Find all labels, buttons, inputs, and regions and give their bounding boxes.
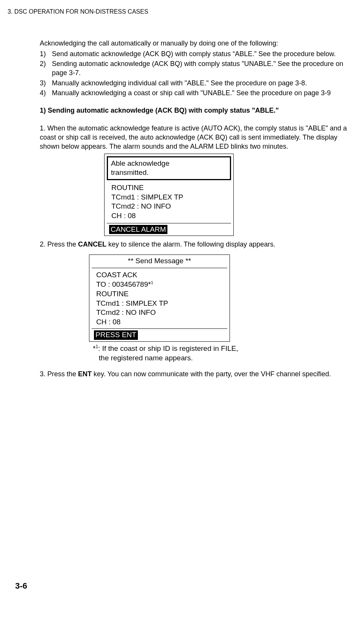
lcd-line: TCmd2 : NO INFO — [111, 202, 230, 211]
lcd-softkey: CANCEL ALARM — [109, 225, 167, 234]
lcd-highlight-box: Able acknowledge transmitted. — [107, 156, 231, 180]
lcd-line: CH : 08 — [96, 317, 226, 327]
lcd-line: TCmd1 : SIMPLEX TP — [111, 193, 230, 202]
step-text: key. You can now communicate with the pa… — [92, 370, 331, 378]
lcd-line-text: TO : 003456789* — [96, 280, 151, 288]
intro-paragraph: Acknowledging the call automatically or … — [40, 39, 349, 48]
list-number: 3) — [40, 79, 52, 88]
list-item: 2) Sending automatic acknowledge (ACK BQ… — [40, 59, 349, 78]
step-text: When the automatic acknowledge feature i… — [40, 124, 347, 151]
lcd-line: ROUTINE — [111, 183, 230, 193]
step-2: 2. Press the CANCEL key to silence the a… — [40, 240, 349, 249]
list-text: Manually acknowledging individual call w… — [52, 79, 349, 88]
list-item: 1) Send automatic acknowledge (ACK BQ) w… — [40, 49, 349, 58]
lcd-display-2: ** Send Message ** COAST ACK TO : 003456… — [89, 255, 230, 342]
lcd-softkey: PRESS ENT — [94, 330, 138, 340]
lcd-line: COAST ACK — [96, 270, 226, 280]
main-content: Acknowledging the call automatically or … — [40, 39, 349, 379]
lcd-line: transmitted. — [111, 168, 227, 178]
list-number: 1) — [40, 49, 52, 58]
footnote: *1: If the coast or ship ID is registere… — [93, 344, 349, 363]
list-item: 4) Manually acknowledging a coast or shi… — [40, 88, 349, 97]
lcd-line: TCmd1 : SIMPLEX TP — [96, 299, 226, 308]
list-text: Manually acknowledging a coast or ship c… — [52, 88, 349, 97]
lcd-line: ROUTINE — [96, 289, 226, 299]
footnote-text: : If the coast or ship ID is registered … — [98, 344, 238, 352]
list-item: 3) Manually acknowledging individual cal… — [40, 79, 349, 88]
page-number: 3-6 — [15, 580, 27, 592]
lcd-title: ** Send Message ** — [89, 255, 230, 268]
lcd-line: TCmd2 : NO INFO — [96, 308, 226, 317]
key-name: CANCEL — [78, 240, 106, 248]
step-text: 1. — [40, 124, 47, 132]
list-text: Send automatic acknowledge (ACK BQ) with… — [52, 49, 349, 58]
lcd-display-1: Able acknowledge transmitted. ROUTINE TC… — [104, 154, 234, 236]
list-text: Sending automatic acknowledge (ACK BQ) w… — [52, 59, 349, 78]
key-name: ENT — [78, 370, 92, 378]
list-number: 4) — [40, 88, 52, 97]
step-text: key to silence the alarm. The following … — [106, 240, 275, 248]
step-text: 2. Press the — [40, 240, 78, 248]
footnote-text: the registered name appears. — [99, 354, 193, 362]
footnote-mark: 1 — [151, 280, 153, 285]
step-text: 3. Press the — [40, 370, 78, 378]
options-list: 1) Send automatic acknowledge (ACK BQ) w… — [40, 49, 349, 97]
section-heading: 1) Sending automatic acknowledge (ACK BQ… — [40, 106, 349, 115]
lcd-line: CH : 08 — [111, 211, 230, 221]
list-number: 2) — [40, 59, 52, 78]
step-1: 1. When the automatic acknowledge featur… — [40, 124, 349, 151]
lcd-line: Able acknowledge — [111, 159, 227, 168]
step-3: 3. Press the ENT key. You can now commun… — [40, 369, 349, 379]
page-header: 3. DSC OPERATION FOR NON-DISTRESS CASES — [8, 8, 349, 16]
lcd-line: TO : 003456789*1 — [96, 280, 226, 289]
